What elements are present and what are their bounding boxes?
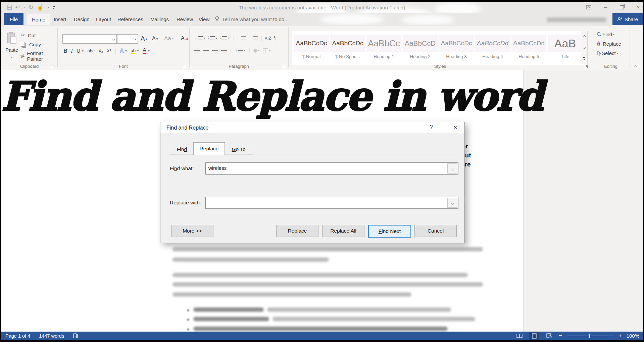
shading-button[interactable] — [254, 49, 260, 52]
replace-with-combobox[interactable] — [205, 197, 458, 209]
page-indicator[interactable]: Page 1 of 4 — [5, 333, 30, 339]
strikethrough-button[interactable]: abe — [87, 48, 95, 53]
grow-font-button[interactable]: A▴ — [141, 35, 147, 42]
dialog-help-button[interactable]: ? — [426, 124, 436, 132]
clear-formatting-button[interactable]: A◢ — [181, 35, 188, 41]
highlight-button[interactable]: ab — [131, 48, 136, 54]
format-painter-button[interactable]: Format Painter — [21, 50, 57, 62]
close-icon[interactable]: × — [637, 4, 640, 11]
sort-button[interactable]: A↓Z — [265, 36, 271, 41]
paragraph-dialog-launcher[interactable] — [282, 65, 285, 68]
borders-button[interactable] — [263, 48, 271, 53]
dialog-tab-find[interactable]: Find — [170, 144, 194, 155]
justify-button[interactable] — [221, 49, 227, 53]
style-heading1[interactable]: AaBbCcHeading 1 — [366, 35, 401, 63]
find-next-button[interactable]: Find Next — [368, 225, 411, 238]
collapse-ribbon-button[interactable] — [634, 63, 637, 69]
paste-dropdown-icon[interactable] — [11, 57, 13, 58]
italic-button[interactable]: I — [71, 48, 73, 54]
style-heading4[interactable]: AaBbCcDdHeading 4 — [475, 35, 510, 63]
replace-with-dropdown-button[interactable] — [447, 198, 457, 208]
zoom-slider-thumb[interactable] — [589, 334, 590, 338]
multilevel-list-button[interactable]: 1 a i — [220, 36, 230, 41]
replace-button[interactable]: abac Replace — [597, 41, 621, 47]
style-no-spacing[interactable]: AaBbCcDc¶ No Spac... — [330, 35, 365, 63]
font-dialog-launcher[interactable] — [183, 65, 186, 68]
align-left-button[interactable] — [194, 49, 200, 53]
show-hide-pilcrow-button[interactable]: ¶ — [274, 35, 277, 42]
replace-all-button[interactable]: Replace All — [322, 225, 364, 237]
font-name-combobox[interactable] — [62, 34, 117, 44]
decrease-indent-button[interactable]: ← — [237, 36, 246, 40]
paste-button[interactable]: Paste — [5, 32, 18, 59]
dialog-title-bar[interactable]: Find and Replace — [160, 122, 464, 133]
cancel-button[interactable]: Cancel — [414, 225, 457, 237]
font-color-dropdown-icon[interactable] — [148, 50, 150, 52]
select-button[interactable]: Select — [597, 50, 618, 56]
tab-layout[interactable]: Layout — [91, 13, 116, 25]
tab-insert[interactable]: Insert — [49, 13, 71, 25]
find-what-combobox[interactable]: wireless — [205, 162, 458, 175]
change-case-button[interactable]: Aa — [164, 35, 174, 42]
find-dropdown-icon[interactable] — [613, 34, 615, 35]
text-effects-dropdown-icon[interactable] — [125, 50, 127, 52]
style-heading3[interactable]: AaBbCcDcHeading 3 — [439, 35, 474, 63]
tab-design[interactable]: Design — [69, 13, 94, 25]
copy-button[interactable]: Copy — [21, 41, 41, 47]
tab-view[interactable]: View — [194, 13, 214, 25]
styles-dialog-launcher[interactable] — [584, 65, 588, 68]
bullets-button[interactable]: ⋮ — [194, 36, 205, 41]
text-effects-button[interactable]: A — [120, 48, 124, 54]
tab-home[interactable]: Home — [27, 13, 50, 26]
align-right-button[interactable] — [212, 49, 218, 53]
numbering-button[interactable]: 1 2 3 — [208, 36, 217, 41]
bold-button[interactable]: B — [63, 48, 67, 54]
styles-gallery-more[interactable] — [581, 53, 588, 64]
style-title[interactable]: AaBTitle — [548, 35, 583, 63]
style-normal[interactable]: AaBbCcDc¶ Normal — [294, 35, 329, 63]
read-mode-button[interactable] — [514, 332, 525, 340]
zoom-in-button[interactable]: + — [618, 333, 622, 339]
print-layout-button[interactable] — [529, 332, 539, 340]
restore-icon[interactable] — [620, 5, 624, 9]
tab-references[interactable]: References — [113, 13, 148, 25]
minimize-icon[interactable]: – — [604, 4, 607, 10]
dialog-close-button[interactable]: × — [450, 123, 461, 132]
share-button[interactable]: Share — [612, 13, 643, 25]
dialog-tab-goto[interactable]: Go To — [224, 144, 253, 155]
styles-scroll-up[interactable] — [581, 31, 588, 42]
dialog-tab-replace[interactable]: Replace — [193, 142, 225, 155]
underline-dropdown-icon[interactable] — [82, 50, 84, 52]
ribbon-display-options-icon[interactable] — [586, 5, 591, 10]
replace-button-dialog[interactable]: Replace — [276, 225, 318, 237]
clipboard-dialog-launcher[interactable] — [51, 65, 54, 68]
tab-file[interactable]: File — [4, 13, 23, 25]
web-layout-button[interactable] — [544, 332, 554, 340]
subscript-button[interactable]: X₂ — [98, 48, 103, 53]
proofing-status-icon[interactable] — [73, 333, 79, 339]
shrink-font-button[interactable]: A▾ — [152, 36, 158, 42]
cut-button[interactable]: ✂ Cut — [21, 32, 36, 38]
style-heading5[interactable]: AaBbCcDdHeading 5 — [511, 35, 546, 63]
find-button[interactable]: Find — [597, 32, 615, 37]
styles-scroll-down[interactable] — [581, 42, 588, 53]
style-heading2[interactable]: AaBbCcDHeading 2 — [403, 35, 438, 63]
word-count[interactable]: 1447 words — [39, 333, 64, 339]
select-dropdown-icon[interactable] — [616, 53, 618, 54]
highlight-dropdown-icon[interactable] — [137, 50, 139, 52]
underline-button[interactable]: U — [77, 48, 81, 54]
tell-me-box[interactable]: Tell me what you want to do... — [215, 13, 289, 25]
font-size-combobox[interactable] — [117, 34, 138, 44]
find-what-dropdown-button[interactable] — [447, 163, 457, 174]
increase-indent-button[interactable]: → — [249, 36, 258, 40]
font-color-button[interactable]: A — [143, 48, 146, 54]
tab-mailings[interactable]: Mailings — [146, 13, 174, 25]
more-button[interactable]: More >> — [171, 225, 213, 237]
align-center-button[interactable] — [203, 49, 209, 53]
zoom-level[interactable]: 100% — [627, 333, 639, 339]
line-spacing-button[interactable]: ↕ — [235, 48, 246, 53]
document-area[interactable]: Find and Replace in word er out Are d Fi… — [1, 70, 643, 332]
zoom-slider[interactable] — [567, 336, 614, 336]
zoom-out-button[interactable]: − — [559, 333, 562, 339]
superscript-button[interactable]: X² — [107, 48, 111, 53]
